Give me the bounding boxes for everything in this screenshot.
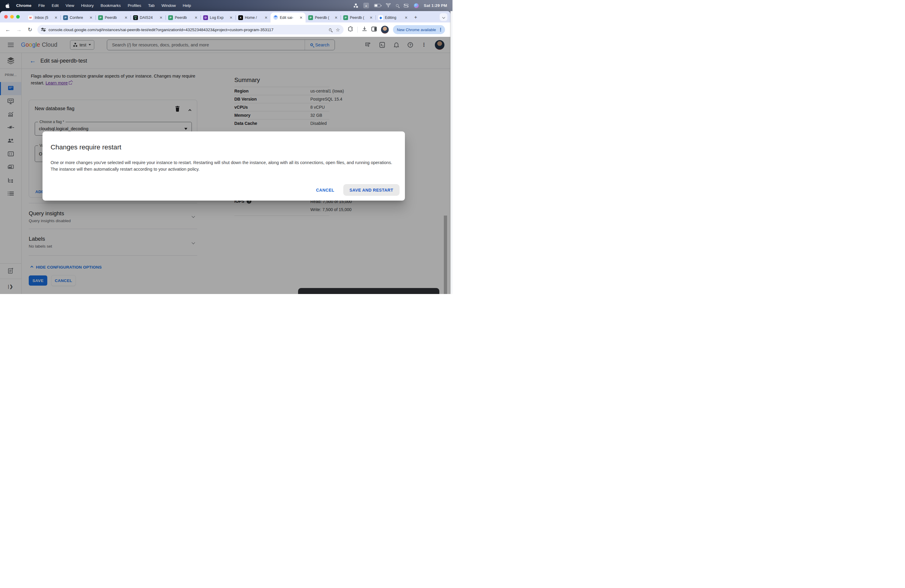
side-panel-icon[interactable]	[372, 27, 377, 33]
dialog-title: Changes require restart	[51, 143, 397, 151]
tab-close-icon[interactable]: ✕	[194, 15, 198, 20]
menu-chrome[interactable]: Chrome	[16, 3, 32, 8]
browser-profile-avatar[interactable]	[381, 26, 389, 33]
postgres-favicon-icon: P	[63, 15, 68, 20]
tab-close-icon[interactable]: ✕	[264, 15, 268, 20]
reload-icon[interactable]: ↻	[26, 26, 33, 33]
tab-peerdb-2[interactable]: P Peerdb ✕	[165, 13, 200, 22]
zoom-window-button	[16, 15, 20, 19]
tab-close-icon[interactable]: ✕	[159, 15, 164, 20]
tab-close-icon[interactable]: ✕	[89, 15, 94, 20]
background-dark-bar	[298, 288, 439, 294]
dialog-body: One or more changes you've selected will…	[51, 159, 395, 172]
tab-editing[interactable]: ◆ Editing ✕	[376, 13, 411, 22]
browser-menu-icon[interactable]: ⋮	[438, 27, 443, 32]
tab-dais24[interactable]: DAIS DAIS24 ✕	[130, 13, 165, 22]
tab-inbox[interactable]: M Inbox (5 ✕	[25, 13, 60, 22]
menu-bar-status: ▲ Sat 1:29 PM	[354, 3, 447, 8]
battery-icon[interactable]	[374, 4, 381, 7]
spotlight-search-icon[interactable]	[396, 4, 399, 7]
peerdb-favicon-icon: P	[343, 15, 348, 20]
minimize-window-button	[10, 15, 14, 19]
menu-bar-clock[interactable]: Sat 1:29 PM	[424, 3, 447, 8]
maps-favicon-icon: ◆	[378, 15, 383, 20]
tab-search-chevron-icon[interactable]	[440, 13, 448, 21]
desktop: Chrome File Edit View History Bookmarks …	[0, 0, 452, 294]
x-favicon-icon: X	[238, 15, 243, 20]
toolbar-right: New Chrome available ⋮	[348, 25, 445, 34]
app-status-icon[interactable]: ▲	[363, 3, 369, 8]
dialog-cancel-button[interactable]: CANCEL	[311, 185, 339, 195]
restart-dialog: Changes require restart One or more chan…	[43, 132, 405, 200]
downloads-icon[interactable]	[362, 26, 367, 33]
new-tab-button[interactable]: +	[414, 14, 417, 21]
back-icon[interactable]: ←	[4, 27, 11, 33]
tab-peerdb-1[interactable]: P Peerdb ✕	[95, 13, 130, 22]
cloud-sql-favicon-icon	[273, 15, 278, 20]
tab-edit-sai-active[interactable]: Edit sai- ✕	[270, 13, 306, 22]
tab-close-icon[interactable]: ✕	[124, 15, 129, 20]
menu-bookmarks[interactable]: Bookmarks	[100, 3, 121, 8]
menu-view[interactable]: View	[65, 3, 74, 8]
chrome-update-pill[interactable]: New Chrome available ⋮	[393, 25, 445, 34]
peerdb-favicon-icon: P	[168, 15, 173, 20]
site-settings-icon[interactable]	[41, 27, 46, 32]
tab-close-icon[interactable]: ✕	[369, 15, 373, 20]
window-controls[interactable]	[4, 15, 20, 19]
apple-menu-icon[interactable]	[5, 3, 10, 8]
control-center-icon[interactable]	[404, 4, 409, 8]
dialog-save-and-restart-button[interactable]: SAVE AND RESTART	[343, 184, 400, 196]
menu-window[interactable]: Window	[161, 3, 176, 8]
tab-log-explorer[interactable]: D Log Exp ✕	[200, 13, 235, 22]
menu-edit[interactable]: Edit	[52, 3, 59, 8]
tab-close-icon[interactable]: ✕	[404, 15, 408, 20]
macos-menu-bar: Chrome File Edit View History Bookmarks …	[0, 0, 452, 11]
chrome-window: M Inbox (5 ✕ P Confere ✕ P Peerdb ✕ DAIS…	[0, 11, 450, 294]
menu-help[interactable]: Help	[183, 3, 191, 8]
siri-icon[interactable]	[414, 3, 419, 8]
forward-icon[interactable]: →	[15, 27, 22, 33]
peerdb-favicon-icon: P	[98, 15, 103, 20]
peerdb-favicon-icon: P	[308, 15, 313, 20]
tab-close-icon[interactable]: ✕	[54, 15, 58, 20]
tab-peerdb-3[interactable]: P Peerdb ( ✕	[306, 13, 341, 22]
menu-file[interactable]: File	[38, 3, 45, 8]
browser-toolbar: ← → ↻ console.cloud.google.com/sql/insta…	[0, 22, 450, 37]
tab-x-home[interactable]: X Home / ✕	[235, 13, 270, 22]
tabs: M Inbox (5 ✕ P Confere ✕ P Peerdb ✕ DAIS…	[25, 13, 411, 22]
omnibox[interactable]: console.cloud.google.com/sql/instances/s…	[37, 25, 344, 35]
tab-close-icon[interactable]: ✕	[229, 15, 233, 20]
dais-favicon-icon: DAIS	[133, 15, 138, 20]
datadog-favicon-icon: D	[203, 15, 208, 20]
background-window-edge	[450, 11, 452, 294]
webpage: Google Cloud test Search (/) for resourc…	[0, 37, 450, 294]
gmail-favicon-icon: M	[28, 15, 33, 20]
tab-close-icon[interactable]: ✕	[334, 15, 338, 20]
menu-history[interactable]: History	[81, 3, 94, 8]
display-grid-icon[interactable]	[354, 3, 358, 8]
extensions-icon[interactable]	[348, 26, 353, 33]
menu-profiles[interactable]: Profiles	[128, 3, 141, 8]
tab-peerdb-4[interactable]: P Peerdb ( ✕	[341, 13, 376, 22]
tab-strip: M Inbox (5 ✕ P Confere ✕ P Peerdb ✕ DAIS…	[0, 11, 450, 22]
url-text[interactable]: console.cloud.google.com/sql/instances/s…	[49, 27, 326, 32]
tab-close-icon[interactable]: ✕	[298, 15, 303, 20]
bookmark-star-icon[interactable]: ☆	[336, 27, 340, 33]
menu-items: Chrome File Edit View History Bookmarks …	[16, 3, 191, 8]
wifi-icon[interactable]	[386, 3, 391, 8]
zoom-page-icon[interactable]	[329, 29, 332, 31]
menu-tab[interactable]: Tab	[148, 3, 155, 8]
close-window-button	[4, 15, 8, 19]
tab-conference[interactable]: P Confere ✕	[60, 13, 95, 22]
